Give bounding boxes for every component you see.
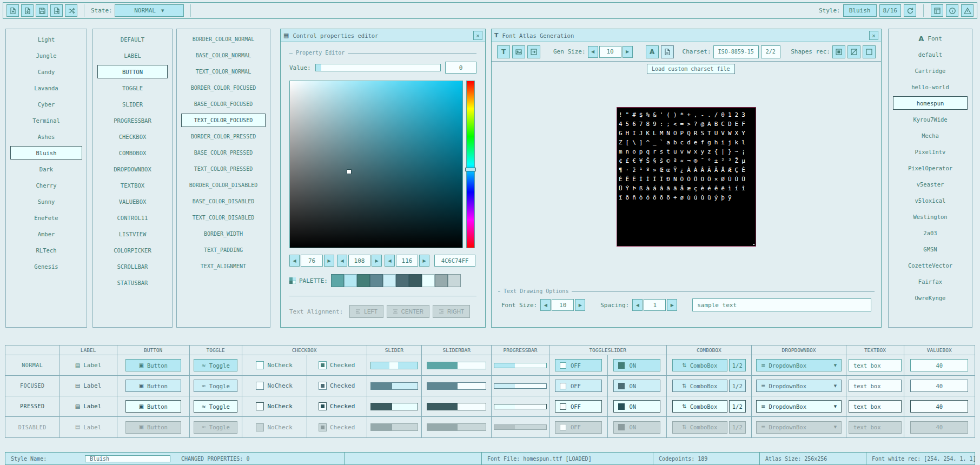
red-value[interactable]: 76 [301,255,323,267]
shapes-rec-button-2[interactable] [847,45,860,58]
stepper-right-icon[interactable]: ▶ [623,46,633,58]
list-item[interactable]: RLTech [10,243,82,257]
list-item[interactable]: COLORPICKER [97,243,168,257]
stepper-left-icon[interactable]: ◀ [385,255,395,267]
list-item[interactable]: Lavanda [10,81,82,95]
combobox-control[interactable]: ⇅ComboBox1/2 [672,359,746,371]
toggle-control[interactable]: ≈Toggle [194,359,237,371]
list-item[interactable]: CONTROL11 [97,211,168,224]
hue-bar-cursor[interactable] [465,168,476,171]
checkbox-icon[interactable] [319,382,327,390]
list-item[interactable]: Candy [10,65,82,78]
spacing-value[interactable]: 1 [644,299,666,311]
checkbox-unchecked[interactable]: NoCheck [256,402,292,410]
palette-swatch[interactable] [435,274,448,287]
checkbox-icon[interactable] [319,361,327,369]
list-item[interactable]: v5easter [893,177,968,191]
atlas-image-button[interactable] [512,45,525,58]
checkbox-icon[interactable] [256,402,264,410]
window-titlebar[interactable]: T Font Atlas Generation × [492,29,881,42]
button-control[interactable]: ▣Button [125,380,181,392]
green-value[interactable]: 108 [348,255,370,267]
list-item-selected[interactable]: TEXT_COLOR_FOCUSED [181,114,266,127]
toggle-control[interactable]: ≈Toggle [194,400,237,413]
list-item[interactable]: PixelIntv [893,145,968,158]
list-item[interactable]: GMSN [893,242,968,256]
checkbox-unchecked[interactable]: NoCheck [256,382,292,390]
list-item[interactable]: Fairfax [893,275,968,288]
combobox-control[interactable]: ⇅ComboBox1/2 [672,380,746,392]
list-item[interactable]: 2a03 [893,226,968,240]
combobox-counter[interactable]: 1/2 [729,380,746,392]
list-item[interactable]: EneFete [10,211,82,224]
list-item[interactable]: Dark [10,162,82,176]
list-item[interactable]: TEXT_PADDING [181,243,266,257]
style-name-value[interactable]: Bluish [85,455,170,462]
list-item[interactable]: VALUEBOX [97,195,168,208]
list-item[interactable]: default [893,48,968,61]
list-item[interactable]: SCROLLBAR [97,260,168,273]
list-item[interactable]: Cherry [10,178,82,192]
list-item[interactable]: Mecha [893,129,968,142]
stepper-left-icon[interactable]: ◀ [588,46,598,58]
combobox-control[interactable]: ⇅ComboBox1/2 [672,400,746,413]
valuebox-control[interactable]: 40 [910,400,968,413]
list-item[interactable]: COMBOBOX [97,146,168,160]
list-item[interactable]: DROPDOWNBOX [97,162,168,176]
list-item[interactable]: TEXT_COLOR_DISABLED [181,211,266,224]
list-item[interactable]: LISTVIEW [97,227,168,241]
slider-control[interactable] [370,362,418,369]
random-style-button[interactable] [65,4,77,17]
screenshot-button[interactable] [931,4,943,17]
list-item[interactable]: TEXT_ALIGNMENT [181,260,266,273]
list-item[interactable]: Sunny [10,195,82,208]
toggle-control[interactable]: ≈Toggle [194,380,237,392]
list-item[interactable]: Terminal [10,114,82,127]
list-item[interactable]: TEXT_COLOR_PRESSED [181,162,266,176]
list-item[interactable]: Cartridge [893,64,968,77]
color-picker-cursor[interactable] [347,169,352,174]
list-item[interactable]: BASE_COLOR_FOCUSED [181,97,266,111]
hex-value-input[interactable]: 4C6C74FF [434,255,475,267]
stepper-right-icon[interactable]: ▶ [575,299,585,311]
window-titlebar[interactable]: ▦ Control properties editor × [281,29,485,42]
palette-swatch[interactable] [422,274,435,287]
slider-handle[interactable] [389,362,398,369]
list-item[interactable]: Ashes [10,130,82,143]
close-icon[interactable]: × [473,31,482,40]
state-dropdown[interactable]: NORMAL ▼ [115,4,184,17]
textbox-control[interactable]: text box [849,400,902,413]
reload-style-button[interactable] [904,4,916,17]
combobox-counter[interactable]: 1/2 [729,359,746,371]
list-item[interactable]: Genesis [10,260,82,273]
valuebox-control[interactable]: 40 [910,380,968,392]
list-item[interactable]: BORDER_COLOR_DISABLED [181,178,266,192]
value-slider[interactable] [315,64,441,71]
sliderbar-control[interactable] [427,403,486,410]
stepper-right-icon[interactable]: ▶ [667,299,677,311]
list-item[interactable]: BASE_COLOR_PRESSED [181,146,266,160]
combobox-counter[interactable]: 1/2 [729,400,746,413]
load-style-button[interactable] [21,4,34,17]
button-control[interactable]: ▣Button [125,359,181,371]
font-text-button[interactable]: T [497,45,510,58]
palette-swatch[interactable] [357,274,370,287]
sample-text-input[interactable]: sample text [692,298,871,311]
atlas-export-button[interactable] [527,45,540,58]
list-item[interactable]: TEXT_COLOR_NORMAL [181,65,266,78]
shapes-rec-button-3[interactable] [863,45,876,58]
checkbox-icon[interactable] [256,382,264,390]
new-style-button[interactable] [6,4,19,17]
stepper-left-icon[interactable]: ◀ [289,255,300,267]
issue-report-button[interactable] [961,4,974,17]
toggle-slider-off[interactable]: OFF [555,380,602,392]
list-item[interactable]: BORDER_COLOR_NORMAL [181,32,266,46]
list-item-selected[interactable]: homespun [893,96,968,110]
slider-handle[interactable] [371,403,392,410]
palette-swatch[interactable] [409,274,422,287]
gen-size-value[interactable]: 10 [599,46,621,58]
checkbox-icon[interactable] [319,402,327,410]
toggle-slider-off[interactable]: OFF [555,359,602,371]
list-item[interactable]: STATUSBAR [97,276,168,289]
font-atlas-image[interactable]: !"#$%&'()*+,-./0123 456789:;<=>?@ABCDEF … [617,107,756,247]
